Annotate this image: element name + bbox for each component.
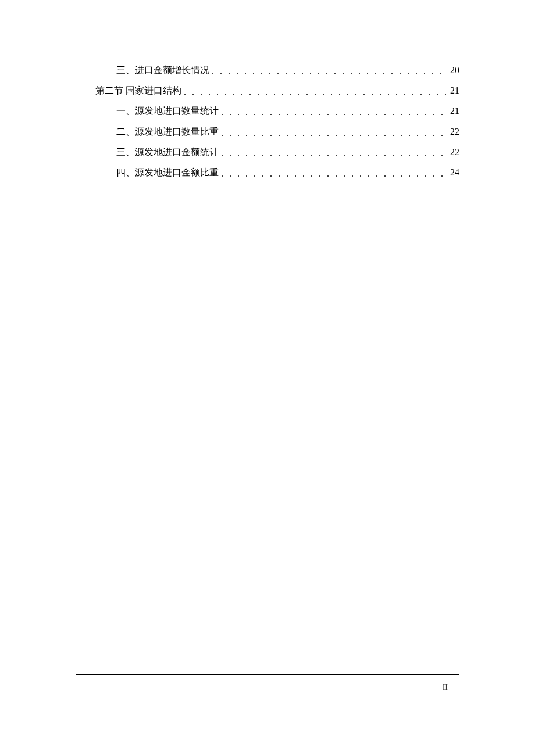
toc-entry: 三、进口金额增长情况 20 — [76, 60, 459, 80]
toc-entry-label: 三、进口金额增长情况 — [116, 60, 209, 80]
toc-leader-dots — [184, 81, 448, 102]
toc-leader-dots — [212, 61, 448, 81]
toc-entry-label: 四、源发地进口金额比重 — [116, 162, 219, 182]
header-divider — [76, 41, 459, 41]
toc-entry-page: 24 — [450, 162, 459, 182]
toc-entry-page: 21 — [450, 80, 459, 101]
toc-entry-label: 第二节 国家进口结构 — [95, 80, 181, 101]
toc-entry-label: 一、源发地进口数量统计 — [116, 101, 219, 121]
toc-entry: 一、源发地进口数量统计 21 — [76, 101, 459, 121]
toc-leader-dots — [221, 123, 448, 143]
toc-entry: 四、源发地进口金额比重 24 — [76, 162, 459, 182]
toc-entry-label: 二、源发地进口数量比重 — [116, 121, 219, 142]
document-page: 三、进口金额增长情况 20 第二节 国家进口结构 21 一、源发地进口数量统计 … — [0, 0, 535, 756]
toc-entry-label: 三、源发地进口金额统计 — [116, 142, 219, 162]
footer-divider — [76, 674, 459, 675]
toc-leader-dots — [221, 143, 448, 163]
toc-entry-page: 22 — [450, 142, 459, 162]
toc-entry-page: 22 — [450, 121, 459, 142]
toc-leader-dots — [221, 163, 448, 184]
toc-entry: 第二节 国家进口结构 21 — [76, 80, 459, 101]
toc-entry: 三、源发地进口金额统计 22 — [76, 142, 459, 162]
page-number: II — [443, 683, 448, 692]
toc-entry-page: 20 — [450, 60, 459, 80]
toc-entry-page: 21 — [450, 101, 459, 121]
toc-entry: 二、源发地进口数量比重 22 — [76, 121, 459, 142]
toc-leader-dots — [221, 102, 448, 122]
